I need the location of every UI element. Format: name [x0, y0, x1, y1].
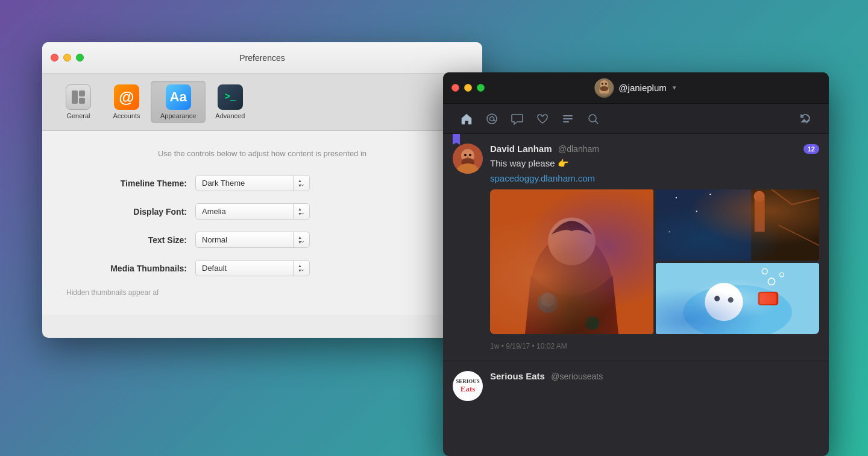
tweet-image-small-2[interactable]: [656, 263, 819, 334]
svg-point-49: [780, 273, 784, 277]
user-section[interactable]: @janieplum ▼: [594, 78, 677, 98]
svg-point-9: [487, 114, 497, 124]
media-thumbnails-label: Media Thumbnails:: [66, 264, 187, 273]
svg-point-10: [490, 116, 494, 121]
tweet-item: David Lanham @dlanham 12 This way please…: [443, 134, 829, 361]
svg-line-15: [596, 121, 599, 124]
toolbar-item-appearance[interactable]: Aa Appearance: [151, 81, 206, 123]
tweet-user-handle: @seriouseats: [551, 372, 603, 381]
svg-rect-23: [490, 189, 653, 334]
window-controls: [51, 54, 84, 62]
svg-point-38: [668, 231, 670, 232]
nav-lists-icon[interactable]: [556, 107, 579, 130]
svg-rect-31: [755, 198, 765, 232]
tweet-feed: David Lanham @dlanham 12 This way please…: [443, 134, 829, 411]
text-size-select-wrapper: Small Normal Large Huge ▲ ▼: [195, 232, 310, 248]
timeline-theme-select[interactable]: Default Dark Theme Light Theme: [195, 175, 310, 191]
tweetbot-close-button[interactable]: [451, 84, 459, 92]
svg-point-25: [548, 218, 596, 265]
advanced-icon: >_: [218, 84, 243, 110]
tweet-content: Serious Eats @seriouseats: [490, 371, 819, 401]
tweet-text: This way please 👉: [490, 157, 819, 169]
svg-rect-1: [79, 90, 85, 97]
svg-point-45: [728, 297, 734, 303]
appearance-icon: Aa: [166, 84, 191, 110]
svg-rect-2: [79, 98, 85, 104]
svg-rect-13: [563, 121, 569, 122]
text-size-row: Text Size: Small Normal Large Huge ▲ ▼: [66, 232, 458, 248]
svg-rect-47: [760, 293, 776, 304]
user-avatar: [594, 78, 614, 98]
display-font-label: Display Font:: [66, 207, 187, 217]
nav-messages-icon[interactable]: [506, 107, 529, 130]
text-size-label: Text Size:: [66, 235, 187, 245]
accounts-label: Accounts: [113, 112, 140, 119]
svg-point-43: [709, 290, 723, 304]
dropdown-arrow-icon: ▼: [671, 84, 678, 91]
tweet-images: [490, 189, 819, 334]
svg-point-37: [696, 211, 697, 212]
timeline-theme-label: Timeline Theme:: [66, 179, 187, 188]
svg-point-24: [531, 235, 613, 334]
toolbar-item-accounts[interactable]: @ Accounts: [102, 81, 151, 123]
accounts-icon: @: [114, 84, 139, 110]
svg-point-48: [768, 278, 775, 285]
tweetbot-minimize-button[interactable]: [464, 84, 472, 92]
maximize-button[interactable]: [76, 54, 84, 62]
tweet-avatar[interactable]: SERIOUS Eats: [453, 371, 483, 401]
tweet-user-name: David Lanham: [490, 144, 552, 154]
media-thumbnails-row: Media Thumbnails: Default Hidden Large ▲…: [66, 260, 458, 276]
text-size-select[interactable]: Small Normal Large Huge: [195, 232, 310, 248]
media-hint: Hidden thumbnails appear af: [66, 288, 458, 297]
nav-mentions-icon[interactable]: [480, 107, 503, 130]
preferences-title-bar: Preferences: [42, 42, 482, 74]
toolbar-item-general[interactable]: General: [54, 81, 102, 123]
tweet-content: David Lanham @dlanham 12 This way please…: [490, 144, 819, 351]
appearance-label: Appearance: [160, 112, 196, 119]
svg-rect-12: [563, 118, 573, 119]
tweet-badge: 12: [804, 144, 819, 154]
tweetbot-title-bar: @janieplum ▼: [443, 72, 829, 104]
svg-rect-40: [656, 263, 819, 334]
tweet-image-small-1[interactable]: [656, 189, 819, 261]
media-thumbnails-select-wrapper: Default Hidden Large ▲ ▼: [195, 260, 310, 276]
preferences-content: Use the controls below to adjust how con…: [42, 131, 482, 315]
svg-point-26: [538, 293, 558, 313]
svg-point-39: [709, 194, 711, 195]
svg-point-44: [714, 296, 720, 301]
display-font-row: Display Font: Amelia System Default ▲ ▼: [66, 203, 458, 220]
avatar-image: [594, 78, 614, 98]
advanced-label: Advanced: [215, 112, 245, 119]
tweet-timestamp: 1w • 9/19/17 • 10:02 AM: [490, 342, 567, 350]
tweet-image-large[interactable]: [490, 189, 653, 334]
nav-activity-icon[interactable]: [794, 107, 817, 130]
tweetbot-maximize-button[interactable]: [477, 84, 485, 92]
tweet-link[interactable]: spacedoggy.dlanham.com: [490, 173, 819, 183]
media-thumbnails-select[interactable]: Default Hidden Large: [195, 260, 310, 276]
close-button[interactable]: [51, 54, 58, 62]
display-font-select-wrapper: Amelia System Default ▲ ▼: [195, 203, 310, 220]
serious-eats-main: Eats: [461, 385, 476, 393]
svg-point-28: [585, 316, 599, 330]
tweet-user-name: Serious Eats: [490, 371, 545, 381]
display-font-select[interactable]: Amelia System Default: [195, 203, 310, 220]
nav-search-icon[interactable]: [582, 107, 605, 130]
tweet-avatar[interactable]: [453, 144, 483, 174]
svg-line-34: [792, 198, 819, 204]
svg-point-8: [605, 83, 607, 85]
minimize-button[interactable]: [63, 54, 71, 62]
svg-point-7: [602, 83, 603, 85]
general-icon: [66, 84, 91, 110]
tweetbot-navbar: [443, 104, 829, 134]
nav-likes-icon[interactable]: [531, 107, 554, 130]
svg-rect-0: [72, 90, 78, 104]
prefs-description: Use the controls below to adjust how con…: [66, 149, 458, 158]
svg-line-33: [765, 189, 792, 204]
nav-home-icon[interactable]: [455, 107, 478, 130]
tweet-user-handle: @dlanham: [558, 144, 599, 154]
preferences-window: Preferences General @ Accounts Aa: [42, 42, 482, 338]
svg-point-21: [469, 154, 471, 156]
svg-point-6: [600, 86, 608, 91]
preferences-toolbar: General @ Accounts Aa Appearance >_ Adva…: [42, 74, 482, 131]
toolbar-item-advanced[interactable]: >_ Advanced: [206, 81, 254, 123]
